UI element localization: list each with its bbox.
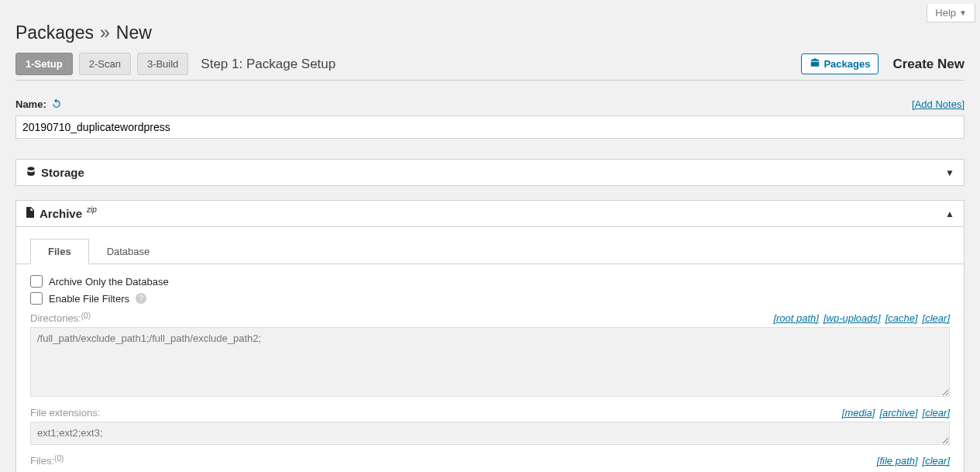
name-label: Name: — [15, 98, 62, 111]
media-link[interactable]: [media] — [842, 407, 875, 419]
page-title: Packages » New — [15, 22, 965, 43]
archive-format-sup: zip — [87, 205, 97, 214]
clear-dirs-link[interactable]: [clear] — [923, 312, 950, 324]
archive-title: Archive — [40, 207, 82, 220]
root-path-link[interactable]: [root path] — [773, 312, 819, 324]
chevron-down-icon: ▼ — [959, 9, 967, 17]
clear-files-link[interactable]: [clear] — [923, 455, 950, 467]
file-path-link[interactable]: [file path] — [877, 455, 918, 467]
file-extensions-textarea[interactable] — [30, 422, 950, 445]
storage-title: Storage — [41, 166, 84, 179]
page-title-sep: » — [100, 22, 110, 43]
file-extensions-label: File extensions: — [30, 407, 100, 419]
archive-box-icon — [810, 57, 820, 71]
enable-file-filters-checkbox[interactable] — [30, 292, 43, 305]
package-name-input[interactable] — [15, 115, 965, 139]
archive-only-db-label: Archive Only the Database — [49, 276, 169, 288]
file-archive-icon — [26, 207, 35, 220]
create-new-label: Create New — [892, 57, 965, 72]
step-toolbar: 1-Setup 2-Scan 3-Build Step 1: Package S… — [15, 53, 965, 81]
files-label: Files:(0) — [30, 455, 64, 467]
archive-panel-header[interactable]: Archive zip ▲ — [16, 201, 964, 226]
step-3-button[interactable]: 3-Build — [137, 53, 188, 75]
chevron-up-icon: ▲ — [945, 208, 954, 219]
directories-label: Directories:(0) — [30, 312, 91, 324]
archive-only-db-checkbox[interactable] — [30, 275, 43, 288]
help-tab-button[interactable]: Help ▼ — [927, 4, 975, 22]
directories-textarea[interactable] — [30, 327, 950, 397]
enable-file-filters-label: Enable File Filters — [49, 293, 129, 305]
clear-ext-link[interactable]: [clear] — [923, 407, 950, 419]
archive-link[interactable]: [archive] — [879, 407, 917, 419]
add-notes-link[interactable]: [Add Notes] — [912, 98, 965, 110]
step-2-button[interactable]: 2-Scan — [79, 53, 131, 75]
step-1-button[interactable]: 1-Setup — [15, 53, 73, 75]
tab-database[interactable]: Database — [89, 239, 168, 264]
packages-button-label: Packages — [824, 58, 870, 70]
packages-button[interactable]: Packages — [801, 53, 879, 74]
storage-panel-header[interactable]: Storage ▼ — [16, 160, 964, 185]
refresh-icon[interactable] — [51, 98, 62, 111]
step-title: Step 1: Package Setup — [201, 57, 335, 72]
tab-files[interactable]: Files — [30, 239, 89, 264]
page-title-left: Packages — [15, 22, 94, 43]
page-title-right: New — [116, 22, 152, 43]
wp-uploads-link[interactable]: [wp-uploads] — [824, 312, 881, 324]
help-label: Help — [935, 7, 956, 19]
database-icon — [26, 166, 36, 179]
help-icon[interactable]: ? — [136, 293, 146, 304]
cache-link[interactable]: [cache] — [885, 312, 918, 324]
chevron-down-icon: ▼ — [945, 167, 954, 178]
